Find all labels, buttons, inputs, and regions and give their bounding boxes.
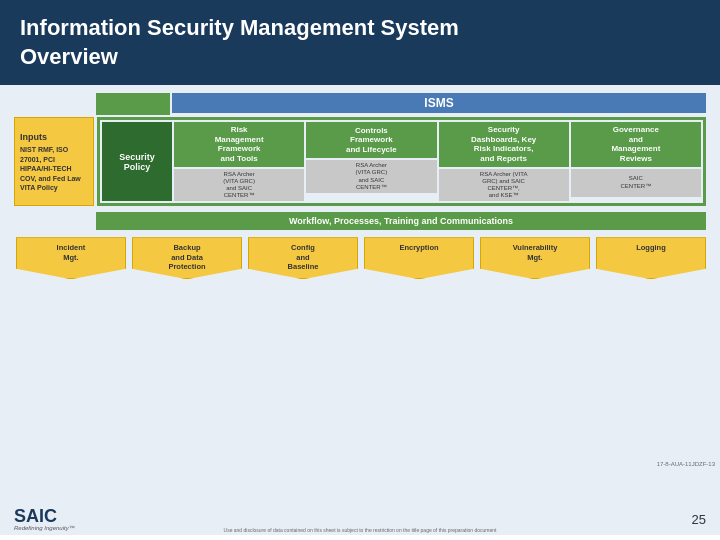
page-number: 25 bbox=[692, 512, 706, 527]
disclaimer: Use and disclosure of data contained on … bbox=[224, 527, 497, 533]
inputs-text: NIST RMF, ISO27001, PCIHIPAA/HI-TECHCOV,… bbox=[20, 145, 88, 192]
inputs-title: Inputs bbox=[20, 131, 88, 144]
watermark: 17-8-AUA-11JDZF-13 bbox=[657, 461, 715, 467]
col-3-top: SecurityDashboards, KeyRisk Indicators,a… bbox=[439, 122, 569, 166]
content-area: ISMS Inputs NIST RMF, ISO27001, PCIHIPAA… bbox=[0, 85, 720, 535]
arrow-incident: IncidentMgt. bbox=[16, 237, 126, 279]
header: Information Security Management System O… bbox=[0, 0, 720, 85]
col-4-bottom: SAICCENTER™ bbox=[571, 169, 701, 197]
saic-logo-text: SAIC bbox=[14, 507, 57, 525]
arrow-encryption: Encryption bbox=[364, 237, 474, 279]
col-4: GovernanceandManagementReviews SAICCENTE… bbox=[571, 122, 701, 201]
bottom-arrows-row: IncidentMgt. Backupand DataProtection Co… bbox=[14, 237, 706, 279]
arrow-vulnerability: VulnerabilityMgt. bbox=[480, 237, 590, 279]
saic-logo: SAIC Redefining Ingenuity™ bbox=[14, 507, 75, 531]
workflow-banner: Workflow, Processes, Training and Commun… bbox=[96, 212, 706, 230]
saic-tagline: Redefining Ingenuity™ bbox=[14, 525, 75, 531]
isms-banner: ISMS bbox=[172, 93, 706, 113]
col-2-bottom: RSA Archer(VITA GRC)and SAICCENTER™ bbox=[306, 160, 436, 193]
arrow-backup: Backupand DataProtection bbox=[132, 237, 242, 279]
arrow-logging: Logging bbox=[596, 237, 706, 279]
col-2-top: ControlsFrameworkand Lifecycle bbox=[306, 122, 436, 158]
arrow-config: ConfigandBaseline bbox=[248, 237, 358, 279]
security-policy-box: SecurityPolicy bbox=[102, 122, 172, 201]
col-1-top: RiskManagementFrameworkand Tools bbox=[174, 122, 304, 166]
col-3: SecurityDashboards, KeyRisk Indicators,a… bbox=[439, 122, 569, 201]
page-title: Information Security Management System O… bbox=[20, 14, 700, 71]
col-1: RiskManagementFrameworkand Tools RSA Arc… bbox=[174, 122, 304, 201]
col-4-top: GovernanceandManagementReviews bbox=[571, 122, 701, 166]
isms-diagram: ISMS Inputs NIST RMF, ISO27001, PCIHIPAA… bbox=[14, 93, 706, 279]
main-row: Inputs NIST RMF, ISO27001, PCIHIPAA/HI-T… bbox=[14, 117, 706, 206]
footer: SAIC Redefining Ingenuity™ bbox=[14, 507, 75, 531]
col-2: ControlsFrameworkand Lifecycle RSA Arche… bbox=[306, 122, 436, 201]
col-1-bottom: RSA Archer(VITA GRC)and SAICCENTER™ bbox=[174, 169, 304, 202]
inputs-box: Inputs NIST RMF, ISO27001, PCIHIPAA/HI-T… bbox=[14, 117, 94, 206]
col-3-bottom: RSA Archer (VITAGRC) and SAICCENTER™,and… bbox=[439, 169, 569, 202]
